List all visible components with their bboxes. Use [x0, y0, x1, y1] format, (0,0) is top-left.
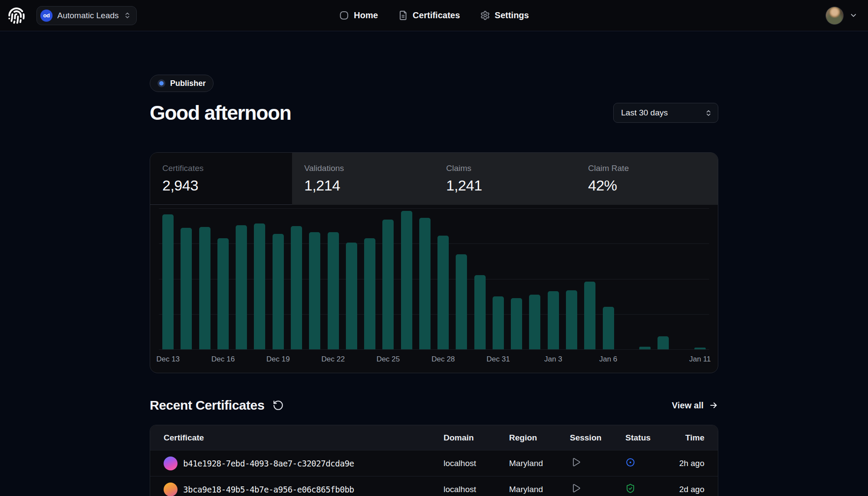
shield-check-icon — [625, 483, 635, 493]
chart-bar — [474, 275, 486, 349]
chevrons-up-down-icon — [705, 109, 712, 117]
certificate-avatar — [164, 483, 178, 496]
chart-bar — [199, 227, 210, 349]
chart-bar-slot — [434, 208, 452, 349]
circle-dot-icon — [625, 457, 635, 467]
workspace-switcher[interactable]: od Automatic Leads — [36, 6, 137, 25]
time-cell: 2d ago — [671, 485, 704, 494]
x-axis-tick-label: Dec 31 — [487, 355, 510, 364]
chart-bar — [328, 232, 339, 349]
chart-plot-area — [159, 208, 709, 349]
chart-bar — [291, 226, 302, 349]
chart-bar — [346, 243, 357, 349]
chart-bar-slot — [544, 208, 562, 349]
nav-item-home[interactable]: Home — [339, 10, 378, 20]
chart-x-labels: Dec 13Dec 16Dec 19Dec 22Dec 25Dec 28Dec … — [159, 349, 709, 367]
column-header-session: Session — [570, 433, 625, 443]
table-row[interactable]: 3bca9e18-49b5-4b7e-a956-e06c865fb0bbloca… — [150, 476, 718, 496]
arrow-right-icon — [709, 401, 718, 410]
chart-bar-slot — [196, 208, 214, 349]
stats-tabs: Certificates 2,943 Validations 1,214 Cla… — [150, 153, 718, 205]
certificate-cell: 3bca9e18-49b5-4b7e-a956-e06c865fb0bb — [164, 483, 444, 496]
column-header-status: Status — [625, 433, 671, 443]
chart-bar-slot — [672, 208, 690, 349]
home-icon — [339, 10, 349, 20]
badge-dot-icon — [158, 79, 165, 87]
chart-bar-slot — [416, 208, 434, 349]
chart-bar — [493, 296, 504, 349]
chart-bar — [456, 254, 467, 349]
chart-bar — [603, 307, 614, 349]
chart-bar-slot — [397, 208, 415, 349]
column-header-certificate: Certificate — [164, 433, 444, 443]
chart-bar-slot — [507, 208, 526, 349]
certificates-table: Certificate Domain Region Session Status… — [150, 425, 718, 496]
certificate-file-icon — [398, 10, 408, 20]
play-icon[interactable] — [570, 483, 581, 494]
chart-bar — [401, 211, 412, 349]
date-range-select[interactable]: Last 30 days — [613, 103, 718, 123]
recent-certificates-header: Recent Certificates View all — [150, 398, 718, 413]
table-header-row: Certificate Domain Region Session Status… — [150, 425, 718, 450]
chart-bar-slot — [214, 208, 232, 349]
x-axis-tick-label: Jan 6 — [599, 355, 618, 364]
region-cell: Maryland — [509, 459, 570, 468]
chart-bar — [254, 223, 265, 349]
chart-bar-slot — [526, 208, 544, 349]
chart-bar — [162, 214, 174, 349]
workspace-name: Automatic Leads — [57, 11, 119, 20]
chart-bar — [309, 232, 320, 349]
x-axis-tick-label: Dec 19 — [266, 355, 290, 364]
chart-bar-slot — [250, 208, 269, 349]
time-cell: 2h ago — [671, 459, 704, 468]
nav-item-settings[interactable]: Settings — [480, 10, 529, 20]
x-axis-tick-label: Dec 22 — [322, 355, 345, 364]
chart-bar-slot — [232, 208, 250, 349]
refresh-icon[interactable] — [273, 400, 284, 411]
x-axis-tick-label: Dec 16 — [211, 355, 235, 364]
chart-bar-slot — [177, 208, 195, 349]
stats-tab-claim-rate[interactable]: Claim Rate 42% — [576, 153, 718, 205]
chart-bar — [273, 234, 284, 349]
stats-tab-validations[interactable]: Validations 1,214 — [292, 153, 434, 205]
user-avatar[interactable] — [825, 7, 844, 25]
hero-section: Publisher Good afternoon Last 30 days — [150, 31, 718, 125]
gear-icon — [480, 10, 490, 20]
chart-bar — [217, 238, 229, 349]
chart-bar-slot — [361, 208, 379, 349]
x-axis-tick-label: Dec 25 — [376, 355, 400, 364]
certificate-id: b41e1928-7ebd-4093-8ae7-c32027dcda9e — [183, 459, 354, 468]
column-header-time: Time — [671, 433, 704, 443]
certificate-cell: b41e1928-7ebd-4093-8ae7-c32027dcda9e — [164, 457, 444, 470]
play-icon[interactable] — [570, 457, 581, 468]
chart-bar-slot — [306, 208, 324, 349]
top-nav: od Automatic Leads Home Certificates — [0, 0, 868, 31]
nav-item-certificates[interactable]: Certificates — [398, 10, 460, 20]
page-title: Good afternoon — [150, 101, 291, 125]
chart-bar-slot — [581, 208, 599, 349]
chart-bar-slot — [599, 208, 617, 349]
stats-tab-claims[interactable]: Claims 1,241 — [434, 153, 576, 205]
x-axis-tick-label: Jan 11 — [689, 355, 711, 364]
table-row[interactable]: b41e1928-7ebd-4093-8ae7-c32027dcda9eloca… — [150, 450, 718, 476]
chart-bar-slot — [379, 208, 397, 349]
domain-cell: localhost — [444, 485, 509, 494]
chart-bar-slot — [342, 208, 361, 349]
stats-tab-certificates[interactable]: Certificates 2,943 — [150, 153, 292, 205]
status-cell — [625, 457, 671, 470]
section-title: Recent Certificates — [150, 398, 264, 413]
chart-bar-slot — [269, 208, 287, 349]
chart-bar-slot — [654, 208, 672, 349]
x-axis-tick-label: Jan 3 — [544, 355, 562, 364]
view-all-link[interactable]: View all — [672, 401, 718, 411]
table-body: b41e1928-7ebd-4093-8ae7-c32027dcda9eloca… — [150, 450, 718, 496]
certificate-avatar — [164, 457, 178, 470]
chart-bar-slot — [452, 208, 470, 349]
fingerprint-logo-icon[interactable] — [8, 7, 25, 24]
chart-bar-slot — [636, 208, 654, 349]
chart-bar-slot — [159, 208, 177, 349]
chart-bar — [364, 238, 375, 349]
chart-bar-slot — [324, 208, 342, 349]
chevron-down-icon[interactable] — [849, 11, 858, 20]
chart-bar — [511, 298, 522, 349]
